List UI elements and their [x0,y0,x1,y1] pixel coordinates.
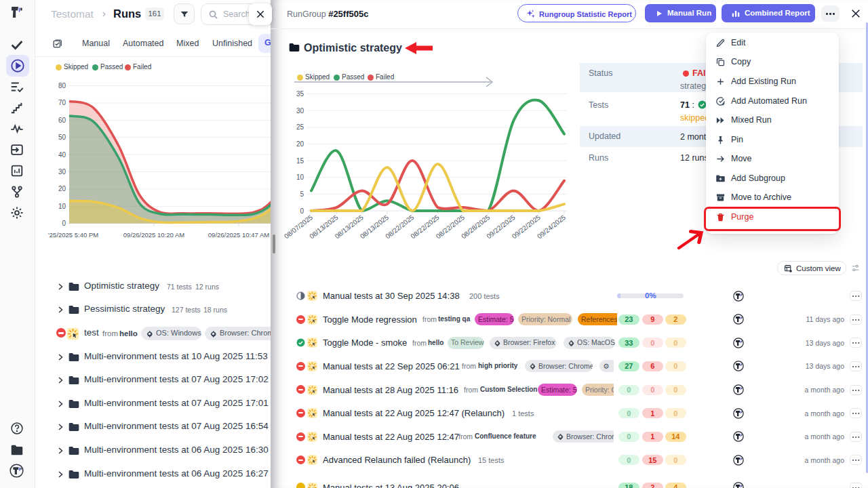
svg-text:09/26/2025 10:20 AM: 09/26/2025 10:20 AM [123,231,184,239]
svg-text:50: 50 [58,134,66,141]
svg-text:70: 70 [58,99,66,106]
svg-text:80: 80 [58,82,66,89]
svg-text:30: 30 [58,168,66,176]
svg-text:0: 0 [62,220,66,227]
svg-text:'25/2025 5:40 PM: '25/2025 5:40 PM [48,231,98,239]
svg-text:40: 40 [58,151,66,159]
svg-text:20: 20 [58,185,66,192]
svg-text:60: 60 [58,117,66,124]
svg-text:09/26/2025 10:47 AM: 09/26/2025 10:47 AM [208,231,269,239]
svg-text:10: 10 [58,203,66,210]
